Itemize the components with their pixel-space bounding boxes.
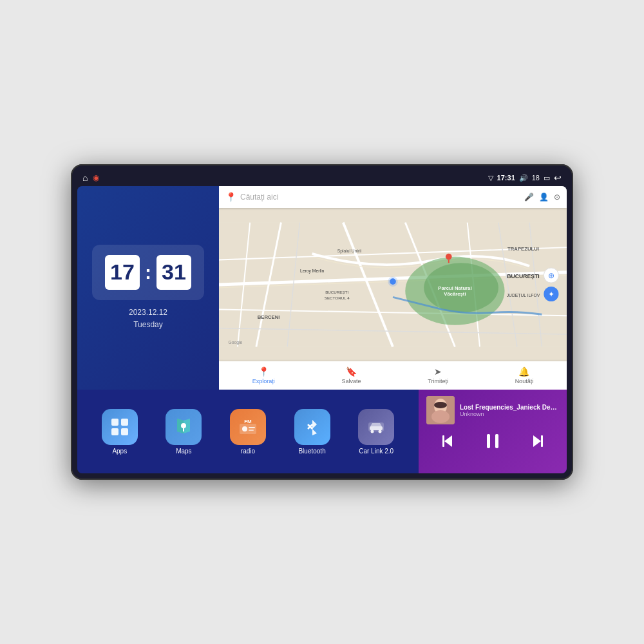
layers-icon[interactable]: ⊙ [554,193,560,202]
salvate-icon: 🔖 [346,366,357,377]
clock-widget: 17 : 31 [92,245,204,300]
noutati-label: Noutăți [515,378,534,384]
svg-text:TRAPEZULUI: TRAPEZULUI [507,246,539,252]
svg-text:JUDEȚUL ILFOV: JUDEȚUL ILFOV [507,293,540,298]
maps-icon [166,409,202,445]
app-item-bluetooth[interactable]: Bluetooth [294,409,330,455]
status-right: ▽ 17:31 🔊 18 ▭ ↩ [488,173,562,183]
svg-rect-44 [249,430,254,431]
apps-section: Apps Maps [77,390,419,473]
bluetooth-label: Bluetooth [298,448,325,455]
status-left: ⌂ ◉ [82,173,99,183]
bluetooth-icon [294,409,330,445]
clock-separator: : [144,261,153,283]
main-area: 17 : 31 2023.12.12 Tuesday 📍 Căutați aic… [77,186,567,390]
noutati-icon: 🔔 [518,366,529,377]
car-display: ⌂ ◉ ▽ 17:31 🔊 18 ▭ ↩ 17 : 31 2023.12.12 [71,164,573,480]
map-panel: 📍 Căutați aici 🎤 👤 ⊙ [219,186,567,390]
svg-point-50 [371,430,374,433]
svg-text:⊕: ⊕ [548,272,554,279]
bottom-area: Apps Maps [77,390,567,473]
clock-hour: 17 [105,255,140,290]
svg-text:Parcul Natural: Parcul Natural [438,285,471,291]
maps-label: Maps [176,448,191,455]
music-info: Lost Frequencies_Janieck Devy-... Unknow… [426,396,559,424]
svg-text:Văcărești: Văcărești [444,291,466,297]
app-item-maps[interactable]: Maps [166,409,202,455]
svg-text:BUCUREȘTI: BUCUREȘTI [325,290,348,294]
svg-rect-35 [121,419,128,426]
time-display: 17:31 [497,174,515,182]
trimiteti-label: Trimiteți [428,378,448,384]
account-icon[interactable]: 👤 [539,193,549,202]
explora-icon: 📍 [258,366,269,377]
map-nav-salvate[interactable]: 🔖 Salvate [342,366,361,384]
svg-rect-58 [487,434,490,448]
app-item-radio[interactable]: FM radio [230,409,266,455]
salvate-label: Salvate [342,378,361,384]
map-nav-noutati[interactable]: 🔔 Noutăți [515,366,534,384]
volume-icon: 🔊 [519,174,528,182]
radio-icon: FM [230,409,266,445]
map-nav-trimiteti[interactable]: ➤ Trimiteți [428,366,448,384]
explora-label: Explorați [252,378,275,384]
carlink-icon [358,409,394,445]
svg-rect-37 [121,428,128,435]
app-item-carlink[interactable]: Car Link 2.0 [358,409,394,455]
svg-rect-59 [495,434,498,448]
signal-icon: ▽ [488,174,493,182]
svg-point-42 [242,426,247,431]
map-search-icons: 🎤 👤 ⊙ [524,193,560,202]
svg-point-54 [431,410,450,423]
clock-minute: 31 [156,255,191,290]
date-display: 2023.12.12 Tuesday [129,307,167,331]
mic-icon[interactable]: 🎤 [524,193,534,202]
svg-point-28 [388,276,397,286]
map-search-bar[interactable]: 📍 Căutați aici 🎤 👤 ⊙ [219,186,567,208]
svg-rect-36 [111,428,118,435]
svg-rect-61 [541,435,543,447]
svg-text:Google: Google [228,340,242,345]
status-bar: ⌂ ◉ ▽ 17:31 🔊 18 ▭ ↩ [77,171,567,186]
play-pause-button[interactable] [482,431,503,451]
map-nav-explora[interactable]: 📍 Explorați [252,366,275,384]
next-button[interactable] [528,432,546,450]
clock-panel: 17 : 31 2023.12.12 Tuesday [77,186,219,390]
svg-text:SECTORUL 4: SECTORUL 4 [325,296,350,300]
svg-rect-57 [442,435,444,447]
music-controls [426,428,559,454]
map-logo-icon: 📍 [225,192,236,202]
music-artist: Unknown [460,411,559,417]
trimiteti-icon: ➤ [434,366,442,377]
maps-status-icon: ◉ [93,173,99,182]
app-item-apps[interactable]: Apps [102,409,138,455]
svg-marker-60 [533,435,541,447]
back-icon[interactable]: ↩ [554,173,562,183]
svg-point-51 [379,430,382,433]
svg-rect-41 [240,424,256,434]
volume-level: 18 [532,174,540,182]
music-player: Lost Frequencies_Janieck Devy-... Unknow… [419,390,567,473]
svg-marker-56 [444,435,452,447]
svg-text:✦: ✦ [548,290,554,298]
svg-text:FM: FM [244,419,252,424]
svg-point-40 [181,423,186,428]
map-body[interactable]: Parcul Natural Văcărești TRAPEZULUI BUCU… [219,208,567,361]
prev-button[interactable] [439,432,457,450]
svg-text:Splaiul Unirii: Splaiul Unirii [337,249,362,254]
svg-text:Leroy Merlin: Leroy Merlin [300,269,324,274]
home-icon[interactable]: ⌂ [82,173,88,183]
svg-rect-34 [111,419,118,426]
apps-label: Apps [112,448,127,455]
radio-label: radio [241,448,255,455]
apps-icon [102,409,138,445]
svg-rect-49 [370,426,383,430]
music-meta: Lost Frequencies_Janieck Devy-... Unknow… [460,404,559,417]
map-search-placeholder[interactable]: Căutați aici [240,193,520,202]
svg-text:BUCUREȘTI: BUCUREȘTI [507,273,540,279]
svg-point-26 [446,254,452,260]
music-title: Lost Frequencies_Janieck Devy-... [460,404,559,411]
map-nav-bar: 📍 Explorați 🔖 Salvate ➤ Trimiteți 🔔 Nout… [219,361,567,390]
carlink-label: Car Link 2.0 [359,448,393,455]
svg-text:BERCENI: BERCENI [258,314,280,320]
